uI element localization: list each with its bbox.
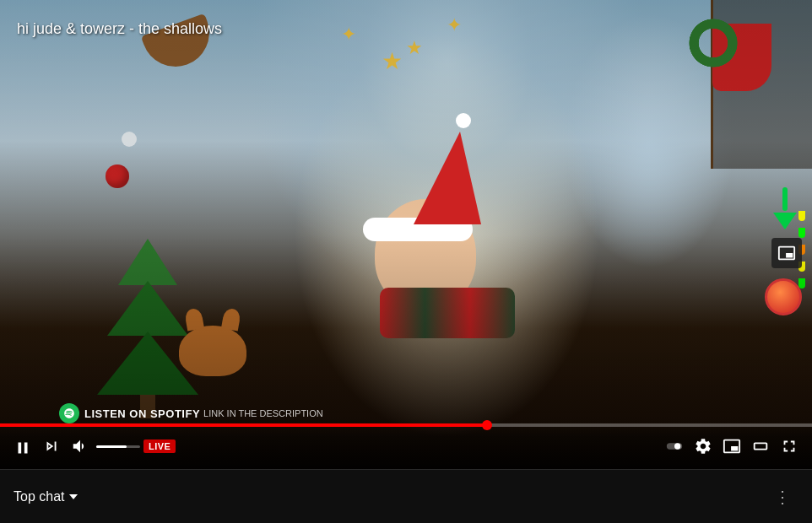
settings-button[interactable] [690,434,716,459]
volume-slider[interactable] [96,445,140,448]
play-pause-button[interactable] [10,435,35,461]
top-chat-text: Top chat [14,489,64,504]
live-badge: LIVE [143,439,176,453]
video-title: hi jude & towerz - the shallows [17,20,222,38]
video-player[interactable]: ✦ ★ ✦ ★ [0,0,812,469]
fullscreen-button[interactable] [777,434,802,459]
avatar-image [767,281,799,313]
volume-fill [96,445,127,448]
autoplay-toggle[interactable] [662,434,687,459]
toggle-icon [665,437,684,456]
santa-hat [414,132,481,241]
controls-bar: LIVE [0,423,812,469]
pause-icon [14,439,32,457]
bottom-bar: Top chat ⋮ [0,469,812,523]
video-scene: ✦ ★ ✦ ★ [0,0,812,469]
progress-bar[interactable] [0,423,812,427]
chevron-down-icon [69,494,78,499]
arrow-down-icon [768,187,802,229]
arrow-head [773,213,797,229]
settings-icon [694,437,712,456]
skip-button[interactable] [39,434,64,459]
scroll-indicator [768,187,802,229]
volume-icon [71,437,89,456]
arrow-shaft [782,187,788,211]
miniplayer-icon [777,244,796,262]
volume-slider-container[interactable] [96,445,140,448]
hat-pompom [456,113,471,128]
spotify-banner[interactable]: LISTEN ON SPOTIFY LINK IN THE DESCRIPTIO… [59,403,323,423]
spotify-icon [63,407,75,419]
spotify-sub-text: LINK IN THE DESCRIPTION [203,408,323,418]
top-chat-selector[interactable]: Top chat [14,489,78,504]
miniplayer-button[interactable] [771,238,802,268]
theatre-button[interactable] [748,434,773,459]
spotify-text: LISTEN ON SPOTIFY [84,407,200,420]
skip-next-icon [42,437,61,456]
fullscreen-icon [780,437,798,456]
hat-cone [414,132,481,224]
theatre-icon [751,437,770,456]
spotify-logo [59,403,79,423]
volume-button[interactable] [68,434,93,459]
miniplayer-ctrl-icon [723,437,741,456]
miniplayer-ctrl-button[interactable] [719,434,744,459]
more-options-button[interactable]: ⋮ [767,483,798,510]
svg-point-1 [674,443,680,449]
progress-fill [0,423,487,427]
